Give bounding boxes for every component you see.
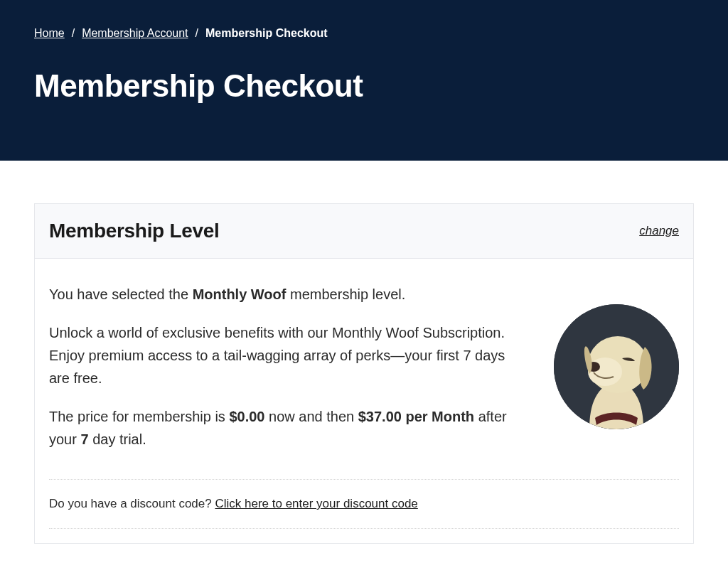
page-hero: Home / Membership Account / Membership C… (0, 0, 728, 161)
card-header: Membership Level change (35, 204, 693, 259)
selected-prefix: You have selected the (49, 286, 193, 302)
breadcrumb-separator: / (196, 27, 198, 40)
discount-prompt: Do you have a discount code? (49, 497, 215, 510)
selected-level-text: You have selected the Monthly Woof membe… (49, 283, 525, 306)
breadcrumb-separator: / (72, 27, 75, 40)
level-image (554, 304, 679, 429)
pricing-part: The price for membership is (49, 409, 229, 424)
breadcrumb-account-link[interactable]: Membership Account (82, 27, 188, 40)
trial-days: 7 (80, 431, 88, 447)
level-description: Unlock a world of exclusive benefits wit… (49, 321, 525, 390)
page-title: Membership Checkout (34, 68, 694, 104)
level-heading: Membership Level (49, 220, 220, 242)
breadcrumb-home-link[interactable]: Home (34, 27, 65, 40)
initial-price: $0.00 (229, 409, 264, 424)
discount-code-row: Do you have a discount code? Click here … (49, 497, 679, 529)
selection-row: You have selected the Monthly Woof membe… (49, 283, 679, 466)
change-level-link[interactable]: change (639, 224, 679, 238)
svg-point-2 (588, 358, 622, 386)
main-content: Membership Level change You have selecte… (0, 161, 728, 572)
membership-level-card: Membership Level change You have selecte… (34, 203, 694, 544)
selected-suffix: membership level. (286, 286, 405, 302)
divider (49, 479, 679, 480)
selected-level-name: Monthly Woof (193, 286, 287, 302)
breadcrumb-current: Membership Checkout (205, 27, 328, 40)
card-body: You have selected the Monthly Woof membe… (35, 259, 693, 543)
breadcrumb: Home / Membership Account / Membership C… (34, 27, 694, 40)
pricing-part: now and then (264, 409, 358, 424)
selection-text: You have selected the Monthly Woof membe… (49, 283, 525, 466)
dog-icon (554, 304, 679, 429)
pricing-part: day trial. (89, 431, 146, 447)
pricing-text: The price for membership is $0.00 now an… (49, 405, 525, 451)
discount-code-link[interactable]: Click here to enter your discount code (215, 497, 417, 510)
recurring-price: $37.00 per Month (358, 409, 474, 424)
